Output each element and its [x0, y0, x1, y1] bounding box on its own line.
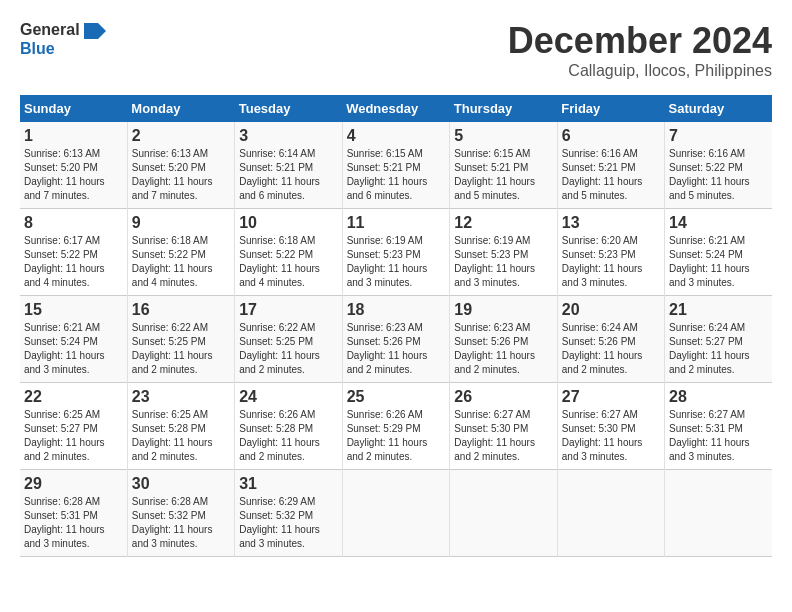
day-number: 20: [562, 301, 660, 319]
calendar-cell: 15 Sunrise: 6:21 AM Sunset: 5:24 PM Dayl…: [20, 296, 127, 383]
day-number: 4: [347, 127, 446, 145]
title-section: December 2024 Callaguip, Ilocos, Philipp…: [508, 20, 772, 80]
header-monday: Monday: [127, 95, 234, 122]
day-info: Sunrise: 6:19 AM Sunset: 5:23 PM Dayligh…: [347, 234, 446, 290]
calendar-cell: 17 Sunrise: 6:22 AM Sunset: 5:25 PM Dayl…: [235, 296, 342, 383]
calendar-cell: 22 Sunrise: 6:25 AM Sunset: 5:27 PM Dayl…: [20, 383, 127, 470]
day-number: 16: [132, 301, 230, 319]
day-number: 29: [24, 475, 123, 493]
day-info: Sunrise: 6:15 AM Sunset: 5:21 PM Dayligh…: [347, 147, 446, 203]
day-info: Sunrise: 6:22 AM Sunset: 5:25 PM Dayligh…: [132, 321, 230, 377]
calendar-cell: 4 Sunrise: 6:15 AM Sunset: 5:21 PM Dayli…: [342, 122, 450, 209]
day-info: Sunrise: 6:29 AM Sunset: 5:32 PM Dayligh…: [239, 495, 337, 551]
day-info: Sunrise: 6:26 AM Sunset: 5:28 PM Dayligh…: [239, 408, 337, 464]
day-info: Sunrise: 6:27 AM Sunset: 5:30 PM Dayligh…: [454, 408, 552, 464]
day-info: Sunrise: 6:18 AM Sunset: 5:22 PM Dayligh…: [132, 234, 230, 290]
day-info: Sunrise: 6:13 AM Sunset: 5:20 PM Dayligh…: [132, 147, 230, 203]
day-number: 8: [24, 214, 123, 232]
calendar-cell: [450, 470, 557, 557]
day-number: 28: [669, 388, 768, 406]
calendar-week-1: 1 Sunrise: 6:13 AM Sunset: 5:20 PM Dayli…: [20, 122, 772, 209]
day-info: Sunrise: 6:28 AM Sunset: 5:32 PM Dayligh…: [132, 495, 230, 551]
day-number: 7: [669, 127, 768, 145]
header-tuesday: Tuesday: [235, 95, 342, 122]
day-number: 13: [562, 214, 660, 232]
calendar-cell: 2 Sunrise: 6:13 AM Sunset: 5:20 PM Dayli…: [127, 122, 234, 209]
calendar-week-4: 22 Sunrise: 6:25 AM Sunset: 5:27 PM Dayl…: [20, 383, 772, 470]
day-number: 24: [239, 388, 337, 406]
calendar-cell: 28 Sunrise: 6:27 AM Sunset: 5:31 PM Dayl…: [665, 383, 772, 470]
day-number: 30: [132, 475, 230, 493]
day-number: 12: [454, 214, 552, 232]
day-number: 14: [669, 214, 768, 232]
day-number: 5: [454, 127, 552, 145]
day-number: 25: [347, 388, 446, 406]
day-number: 9: [132, 214, 230, 232]
calendar-cell: [557, 470, 664, 557]
calendar-cell: 10 Sunrise: 6:18 AM Sunset: 5:22 PM Dayl…: [235, 209, 342, 296]
logo: General Blue: [20, 20, 106, 58]
day-number: 10: [239, 214, 337, 232]
day-info: Sunrise: 6:25 AM Sunset: 5:27 PM Dayligh…: [24, 408, 123, 464]
day-info: Sunrise: 6:16 AM Sunset: 5:22 PM Dayligh…: [669, 147, 768, 203]
calendar-cell: [665, 470, 772, 557]
calendar-cell: 5 Sunrise: 6:15 AM Sunset: 5:21 PM Dayli…: [450, 122, 557, 209]
day-number: 6: [562, 127, 660, 145]
calendar-week-3: 15 Sunrise: 6:21 AM Sunset: 5:24 PM Dayl…: [20, 296, 772, 383]
day-info: Sunrise: 6:23 AM Sunset: 5:26 PM Dayligh…: [454, 321, 552, 377]
day-info: Sunrise: 6:20 AM Sunset: 5:23 PM Dayligh…: [562, 234, 660, 290]
day-info: Sunrise: 6:23 AM Sunset: 5:26 PM Dayligh…: [347, 321, 446, 377]
day-number: 23: [132, 388, 230, 406]
calendar-cell: 23 Sunrise: 6:25 AM Sunset: 5:28 PM Dayl…: [127, 383, 234, 470]
day-info: Sunrise: 6:24 AM Sunset: 5:27 PM Dayligh…: [669, 321, 768, 377]
day-number: 3: [239, 127, 337, 145]
day-info: Sunrise: 6:16 AM Sunset: 5:21 PM Dayligh…: [562, 147, 660, 203]
day-info: Sunrise: 6:17 AM Sunset: 5:22 PM Dayligh…: [24, 234, 123, 290]
calendar-cell: 9 Sunrise: 6:18 AM Sunset: 5:22 PM Dayli…: [127, 209, 234, 296]
day-info: Sunrise: 6:27 AM Sunset: 5:30 PM Dayligh…: [562, 408, 660, 464]
day-number: 18: [347, 301, 446, 319]
calendar-subtitle: Callaguip, Ilocos, Philippines: [508, 62, 772, 80]
calendar-cell: 20 Sunrise: 6:24 AM Sunset: 5:26 PM Dayl…: [557, 296, 664, 383]
calendar-cell: 12 Sunrise: 6:19 AM Sunset: 5:23 PM Dayl…: [450, 209, 557, 296]
day-info: Sunrise: 6:21 AM Sunset: 5:24 PM Dayligh…: [669, 234, 768, 290]
calendar-title: December 2024: [508, 20, 772, 62]
calendar-cell: 25 Sunrise: 6:26 AM Sunset: 5:29 PM Dayl…: [342, 383, 450, 470]
calendar-cell: 31 Sunrise: 6:29 AM Sunset: 5:32 PM Dayl…: [235, 470, 342, 557]
header-sunday: Sunday: [20, 95, 127, 122]
day-info: Sunrise: 6:21 AM Sunset: 5:24 PM Dayligh…: [24, 321, 123, 377]
day-info: Sunrise: 6:19 AM Sunset: 5:23 PM Dayligh…: [454, 234, 552, 290]
day-info: Sunrise: 6:28 AM Sunset: 5:31 PM Dayligh…: [24, 495, 123, 551]
day-number: 17: [239, 301, 337, 319]
calendar-cell: 19 Sunrise: 6:23 AM Sunset: 5:26 PM Dayl…: [450, 296, 557, 383]
calendar-table: Sunday Monday Tuesday Wednesday Thursday…: [20, 95, 772, 557]
calendar-week-5: 29 Sunrise: 6:28 AM Sunset: 5:31 PM Dayl…: [20, 470, 772, 557]
day-number: 26: [454, 388, 552, 406]
day-info: Sunrise: 6:25 AM Sunset: 5:28 PM Dayligh…: [132, 408, 230, 464]
day-number: 15: [24, 301, 123, 319]
day-info: Sunrise: 6:15 AM Sunset: 5:21 PM Dayligh…: [454, 147, 552, 203]
day-info: Sunrise: 6:26 AM Sunset: 5:29 PM Dayligh…: [347, 408, 446, 464]
day-number: 21: [669, 301, 768, 319]
calendar-cell: 13 Sunrise: 6:20 AM Sunset: 5:23 PM Dayl…: [557, 209, 664, 296]
calendar-cell: 16 Sunrise: 6:22 AM Sunset: 5:25 PM Dayl…: [127, 296, 234, 383]
day-number: 11: [347, 214, 446, 232]
calendar-cell: 29 Sunrise: 6:28 AM Sunset: 5:31 PM Dayl…: [20, 470, 127, 557]
calendar-cell: 24 Sunrise: 6:26 AM Sunset: 5:28 PM Dayl…: [235, 383, 342, 470]
calendar-cell: 14 Sunrise: 6:21 AM Sunset: 5:24 PM Dayl…: [665, 209, 772, 296]
day-number: 27: [562, 388, 660, 406]
calendar-cell: 21 Sunrise: 6:24 AM Sunset: 5:27 PM Dayl…: [665, 296, 772, 383]
calendar-cell: 1 Sunrise: 6:13 AM Sunset: 5:20 PM Dayli…: [20, 122, 127, 209]
day-info: Sunrise: 6:18 AM Sunset: 5:22 PM Dayligh…: [239, 234, 337, 290]
calendar-cell: 7 Sunrise: 6:16 AM Sunset: 5:22 PM Dayli…: [665, 122, 772, 209]
header-friday: Friday: [557, 95, 664, 122]
calendar-cell: 6 Sunrise: 6:16 AM Sunset: 5:21 PM Dayli…: [557, 122, 664, 209]
day-number: 1: [24, 127, 123, 145]
calendar-cell: 18 Sunrise: 6:23 AM Sunset: 5:26 PM Dayl…: [342, 296, 450, 383]
day-number: 22: [24, 388, 123, 406]
day-number: 31: [239, 475, 337, 493]
header-thursday: Thursday: [450, 95, 557, 122]
day-info: Sunrise: 6:27 AM Sunset: 5:31 PM Dayligh…: [669, 408, 768, 464]
calendar-cell: 26 Sunrise: 6:27 AM Sunset: 5:30 PM Dayl…: [450, 383, 557, 470]
calendar-cell: 11 Sunrise: 6:19 AM Sunset: 5:23 PM Dayl…: [342, 209, 450, 296]
